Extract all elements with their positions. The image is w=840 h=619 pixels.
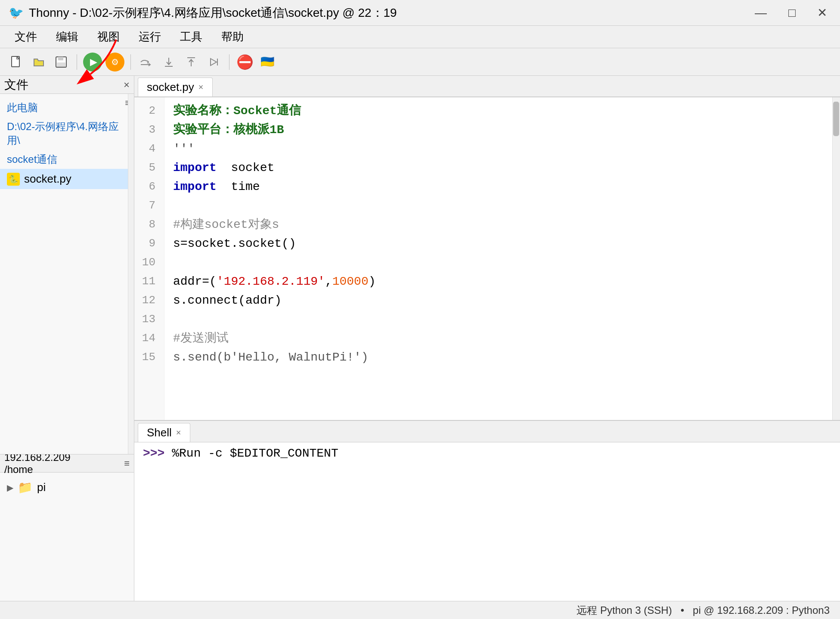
open-file-button[interactable] <box>29 53 48 72</box>
remote-tab-bar: 192.168.2.209 /home ≡ <box>0 454 134 473</box>
resume-button[interactable] <box>204 53 223 72</box>
status-separator: • <box>681 604 684 616</box>
new-file-button[interactable] <box>7 53 26 72</box>
code-num-port: 10000 <box>332 272 369 292</box>
menu-view[interactable]: 视图 <box>90 27 127 47</box>
code-text-5: socket <box>217 159 274 178</box>
editor-scrollbar-thumb[interactable] <box>833 102 839 136</box>
menu-tools[interactable]: 工具 <box>172 27 210 47</box>
files-scrollbar[interactable] <box>128 94 134 454</box>
code-text-2: 实验名称：Socket通信 <box>173 102 301 121</box>
code-content[interactable]: 实验名称：Socket通信 实验平台：核桃派1B ''' import sock… <box>164 97 832 420</box>
code-line-4: ''' <box>173 140 824 159</box>
remote-menu-icon[interactable]: ≡ <box>124 458 130 469</box>
maximize-button[interactable]: □ <box>784 4 800 22</box>
line-num-7: 7 <box>134 196 159 215</box>
shell-line-1: >>> %Run -c $EDITOR_CONTENT <box>143 447 831 460</box>
app-icon: 🐦 <box>9 6 24 20</box>
breadcrumb-path2: socket通信 <box>0 150 134 169</box>
code-str-ip: '192.168.2.119' <box>217 272 325 292</box>
menu-edit[interactable]: 编辑 <box>48 27 86 47</box>
minimize-button[interactable]: — <box>750 4 771 22</box>
folder-item-pi[interactable]: ▶ 📁 pi <box>0 477 134 498</box>
remote-content: ▶ 📁 pi <box>0 473 134 601</box>
breadcrumb-computer[interactable]: 此电脑 <box>7 102 38 113</box>
code-text-15: s.send(b'Hello, WalnutPi!') <box>173 348 369 367</box>
editor-tab-close[interactable]: × <box>198 82 204 92</box>
code-text-8: #构建socket对象s <box>173 215 279 235</box>
editor-tab-socket[interactable]: socket.py × <box>138 78 213 96</box>
line-num-12: 12 <box>134 291 159 310</box>
code-line-8: #构建socket对象s <box>173 215 824 234</box>
line-num-5: 5 <box>134 159 159 177</box>
code-line-13 <box>173 310 824 329</box>
code-line-2: 实验名称：Socket通信 <box>173 102 824 121</box>
line-num-8: 8 <box>134 215 159 234</box>
editor-scrollbar[interactable] <box>832 97 840 420</box>
file-item-name: socket.py <box>24 172 71 186</box>
code-line-14: #发送测试 <box>173 329 824 348</box>
code-text-6: time <box>217 177 260 197</box>
line-num-2: 2 <box>134 102 159 121</box>
svg-rect-3 <box>57 62 65 67</box>
remote-address: 192.168.2.209 <box>4 454 70 463</box>
status-user-host: pi @ 192.168.2.209 : Python3 <box>693 604 830 616</box>
code-line-9: s=socket.socket() <box>173 234 824 253</box>
step-over-button[interactable] <box>137 53 156 72</box>
save-file-button[interactable] <box>52 53 71 72</box>
shell-tab-close[interactable]: × <box>176 428 181 438</box>
titlebar-left: 🐦 Thonny - D:\02-示例程序\4.网络应用\socket通信\so… <box>9 5 397 21</box>
shell-content[interactable]: >>> %Run -c $EDITOR_CONTENT <box>134 442 840 601</box>
debug-button[interactable]: ⚙ <box>105 53 124 72</box>
titlebar: 🐦 Thonny - D:\02-示例程序\4.网络应用\socket通信\so… <box>0 0 840 26</box>
code-text-14: #发送测试 <box>173 329 229 348</box>
stop-button[interactable]: ⛔ <box>236 53 254 72</box>
file-item-socket[interactable]: 🐍 socket.py <box>0 169 134 189</box>
menu-run[interactable]: 运行 <box>131 27 169 47</box>
breadcrumb-path2-text[interactable]: socket通信 <box>7 153 57 165</box>
line-num-14: 14 <box>134 329 159 348</box>
code-text-4: ''' <box>173 140 195 159</box>
run-button[interactable]: ▶ <box>83 53 102 72</box>
files-tab-bar: 文件 × <box>0 76 134 94</box>
files-panel: 文件 × 此电脑 D:\02-示例程序\4.网络应用\ socket通信 ≡ 🐍… <box>0 76 134 454</box>
breadcrumb-path-text[interactable]: D:\02-示例程序\4.网络应用\ <box>7 121 119 146</box>
line-num-9: 9 <box>134 234 159 253</box>
code-line-5: import socket <box>173 159 824 177</box>
toolbar-separator-3 <box>229 54 229 70</box>
line-numbers: 2 3 4 5 6 7 8 9 10 11 12 13 14 15 <box>134 97 164 420</box>
menu-help[interactable]: 帮助 <box>214 27 251 47</box>
step-into-button[interactable] <box>159 53 178 72</box>
breadcrumb-path: D:\02-示例程序\4.网络应用\ <box>0 117 134 150</box>
line-num-4: 4 <box>134 140 159 159</box>
line-num-6: 6 <box>134 177 159 196</box>
code-line-7 <box>173 196 824 215</box>
line-num-15: 15 <box>134 348 159 367</box>
shell-tab[interactable]: Shell × <box>138 423 190 442</box>
code-line-15: s.send(b'Hello, WalnutPi!') <box>173 348 824 367</box>
code-line-11: addr=('192.168.2.119',10000) <box>173 272 824 291</box>
menubar: 文件 编辑 视图 运行 工具 帮助 <box>0 26 840 48</box>
files-tab-close[interactable]: × <box>124 79 130 91</box>
code-text-12: s.connect(addr) <box>173 291 282 311</box>
code-text-3: 实验平台：核桃派1B <box>173 121 284 140</box>
folder-icon: 📁 <box>18 480 33 495</box>
menu-file[interactable]: 文件 <box>7 27 45 47</box>
shell-tab-bar: Shell × <box>134 421 840 442</box>
code-editor[interactable]: 2 3 4 5 6 7 8 9 10 11 12 13 14 15 实验名称：S… <box>134 97 840 420</box>
flag-button[interactable]: 🇺🇦 <box>258 53 277 72</box>
close-button[interactable]: ✕ <box>813 4 831 22</box>
files-content: 此电脑 D:\02-示例程序\4.网络应用\ socket通信 ≡ 🐍 sock… <box>0 94 134 454</box>
shell-tab-label: Shell <box>147 426 172 439</box>
expand-arrow-icon: ▶ <box>7 482 13 493</box>
step-out-button[interactable] <box>182 53 201 72</box>
remote-panel: 192.168.2.209 /home ≡ ▶ 📁 pi <box>0 454 134 601</box>
titlebar-controls: — □ ✕ <box>750 4 831 22</box>
files-tab-label: 文件 <box>4 77 28 93</box>
py-file-icon: 🐍 <box>7 173 20 186</box>
svg-rect-2 <box>58 57 63 60</box>
code-line-3: 实验平台：核桃派1B <box>173 121 824 140</box>
toolbar-separator-2 <box>130 54 131 70</box>
toolbar-separator-1 <box>77 54 77 70</box>
code-text-9: s=socket.socket() <box>173 234 296 254</box>
